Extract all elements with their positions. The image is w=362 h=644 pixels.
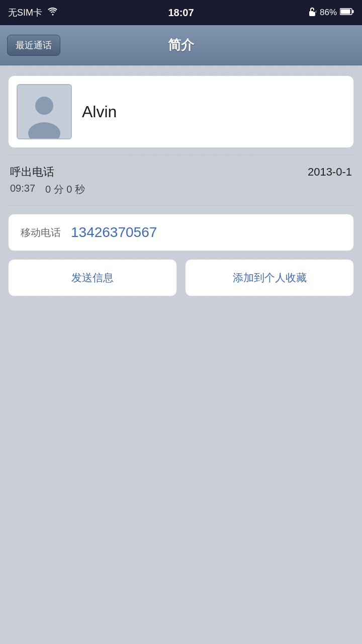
avatar	[17, 84, 72, 139]
svg-point-7	[28, 122, 60, 138]
action-buttons: 发送信息 添加到个人收藏	[8, 259, 354, 296]
carrier-label: 无SIM卡	[8, 7, 42, 19]
main-content: Alvin 呼出电话 2013-0-1 09:37 0 分 0 秒 移动电话 1…	[0, 65, 362, 306]
svg-text:⊙: ⊙	[315, 10, 317, 13]
divider-2	[8, 205, 354, 206]
svg-rect-4	[341, 9, 350, 14]
call-duration: 0 分 0 秒	[45, 183, 85, 196]
lock-icon: ⊙	[308, 7, 317, 19]
status-left: 无SIM卡	[8, 7, 58, 19]
call-info-section: 呼出电话 2013-0-1 09:37 0 分 0 秒	[8, 163, 354, 198]
contact-card: Alvin	[8, 75, 354, 148]
call-date: 2013-0-1	[308, 166, 352, 179]
status-right: ⊙ 86%	[308, 7, 354, 19]
nav-title: 简介	[168, 36, 194, 54]
battery-pct: 86%	[320, 8, 337, 18]
add-to-favorites-button[interactable]: 添加到个人收藏	[185, 259, 354, 296]
call-type: 呼出电话	[10, 165, 54, 180]
status-time: 18:07	[168, 7, 194, 19]
contact-name: Alvin	[82, 103, 117, 121]
wifi-icon	[47, 7, 58, 18]
nav-bar: 最近通话 简介	[0, 25, 362, 65]
svg-point-6	[35, 97, 53, 115]
svg-rect-5	[352, 10, 354, 13]
battery-icon	[340, 8, 354, 18]
call-time: 09:37	[10, 183, 35, 196]
status-bar: 无SIM卡 18:07 ⊙ 86%	[0, 0, 362, 25]
back-button[interactable]: 最近通话	[7, 35, 60, 56]
send-message-button[interactable]: 发送信息	[8, 259, 177, 296]
call-details: 09:37 0 分 0 秒	[10, 183, 352, 196]
phone-label: 移动电话	[21, 226, 61, 239]
call-info-row: 呼出电话 2013-0-1	[10, 165, 352, 180]
divider-1	[8, 155, 354, 155]
phone-section: 移动电话 13426370567	[8, 214, 354, 251]
phone-number[interactable]: 13426370567	[71, 224, 157, 240]
